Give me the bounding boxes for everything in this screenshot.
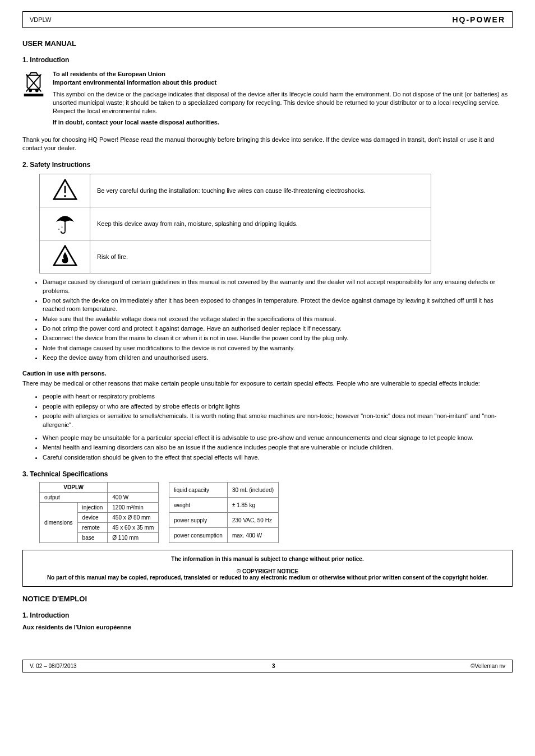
footer-version: V. 02 – 08/07/2013 (30, 663, 77, 669)
cell: 1200 m³/min (108, 503, 159, 513)
page-header: VDPLW HQ-POWER (22, 11, 513, 28)
list-item: Make sure that the available voltage doe… (43, 315, 513, 323)
cell: 400 W (108, 493, 159, 503)
weee-lead-en: To all residents of the European Union (53, 71, 165, 77)
cell: power consumption (169, 528, 228, 543)
notice-line2b: without prior written consent of the cop… (347, 574, 488, 581)
cell: remote (77, 523, 108, 533)
warning-text: Be very careful during the installation:… (90, 174, 431, 207)
weee-lead-fr: Important environmental information abou… (53, 79, 216, 86)
list-item: Do not switch the device on immediately … (43, 296, 513, 314)
cell: 30 mL (included) (227, 483, 278, 498)
list-item: Disconnect the device from the mains to … (43, 334, 513, 342)
brand-name: HQ-POWER (452, 15, 505, 24)
cell: max. 400 W (227, 528, 278, 543)
cell: dimensions (40, 503, 78, 543)
cell: device (77, 513, 108, 523)
svg-point-9 (61, 226, 62, 228)
caution-intro: There may be medical or other reasons th… (22, 379, 513, 388)
intro-thanks: Thank you for choosing HQ Power! Please … (22, 136, 513, 152)
safety-heading: 2. Safety Instructions (22, 160, 513, 169)
weee-paragraph-2: If in doubt, contact your local waste di… (53, 119, 219, 126)
footer-pagenum: 3 (272, 663, 275, 669)
notice-copyright: © COPYRIGHT NOTICE (237, 568, 298, 574)
page-footer: V. 02 – 08/07/2013 3 ©Velleman nv (22, 660, 513, 672)
cell: weight (169, 498, 228, 513)
fr-lead: Aux résidents de l'Union européenne (22, 624, 131, 630)
safety-bullets-2: people with heart or respiratory problem… (43, 392, 513, 429)
svg-point-6 (64, 195, 66, 197)
cell: 450 x Ø 80 mm (108, 513, 159, 523)
caution-heading: Caution in use with persons. (22, 369, 513, 378)
weee-block: To all residents of the European Union I… (22, 69, 513, 130)
product-name: VDPLW (30, 16, 51, 23)
umbrella-text: Keep this device away from rain, moistur… (90, 207, 431, 240)
cell: power supply (169, 513, 228, 528)
list-item: When people may be unsuitable for a part… (43, 434, 513, 442)
page-title: USER MANUAL (22, 39, 513, 48)
weee-icon (22, 69, 45, 130)
list-item: Mental health and learning disorders can… (43, 443, 513, 452)
notice-line2a: No part of this manual may be copied, re… (47, 574, 347, 581)
svg-point-1 (29, 90, 31, 92)
spec-header: VDPLW (40, 483, 108, 493)
cell: ± 1.85 kg (227, 498, 278, 513)
safety-bullets-3: When people may be unsuitable for a part… (43, 434, 513, 462)
umbrella-icon (40, 207, 90, 240)
fr-title: NOTICE D'EMPLOI (22, 595, 513, 603)
table-row: power supply 230 VAC, 50 Hz (169, 513, 279, 528)
intro-heading: 1. Introduction (22, 55, 513, 64)
cell: injection (77, 503, 108, 513)
table-row: Be very careful during the installation:… (40, 174, 431, 207)
list-item: Damage caused by disregard of certain gu… (43, 278, 513, 295)
table-row: Keep this device away from rain, moistur… (40, 207, 431, 240)
list-item: Note that damage caused by user modifica… (43, 344, 513, 353)
table-row: output 400 W (40, 493, 159, 503)
fr-intro-heading: 1. Introduction (22, 611, 513, 620)
table-row: power consumption max. 400 W (169, 528, 279, 543)
table-row: liquid capacity 30 mL (included) (169, 483, 279, 498)
list-item: people with epilepsy or who are affected… (43, 402, 513, 411)
svg-point-8 (58, 229, 59, 230)
notice-line1: The information in this manual is subjec… (171, 556, 363, 562)
weee-text: To all residents of the European Union I… (53, 69, 513, 130)
list-item: Careful consideration should be given to… (43, 453, 513, 462)
list-item: Keep the device away from children and u… (43, 354, 513, 362)
list-item: Do not crimp the power cord and protect … (43, 324, 513, 333)
table-row: Risk of fire. (40, 240, 431, 273)
fire-icon (40, 240, 90, 273)
fire-text: Risk of fire. (90, 240, 431, 273)
table-row: dimensions injection 1200 m³/min (40, 503, 159, 513)
copyright-notice: The information in this manual is subjec… (22, 550, 513, 587)
spec-tables: VDPLW output 400 W dimensions injection … (39, 482, 513, 543)
table-row: weight ± 1.85 kg (169, 498, 279, 513)
cell: 45 x 60 x 35 mm (108, 523, 159, 533)
list-item: people with heart or respiratory problem… (43, 392, 513, 401)
weee-paragraph-1: This symbol on the device or the package… (53, 90, 513, 115)
svg-rect-0 (24, 94, 44, 96)
warning-icon (40, 174, 90, 207)
cell: output (40, 493, 108, 503)
spec-table-right: liquid capacity 30 mL (included) weight … (169, 482, 279, 543)
footer-copyright: ©Velleman nv (471, 663, 505, 669)
safety-bullets-1: Damage caused by disregard of certain gu… (43, 278, 513, 363)
cell: liquid capacity (169, 483, 228, 498)
list-item: people with allergies or sensitive to sm… (43, 412, 513, 429)
svg-point-2 (36, 90, 38, 92)
tech-heading: 3. Technical Specifications (22, 470, 513, 479)
cell: Ø 110 mm (108, 533, 159, 543)
safety-symbol-table: Be very careful during the installation:… (39, 174, 431, 273)
cell: base (77, 533, 108, 543)
cell: 230 VAC, 50 Hz (227, 513, 278, 528)
spec-table-left: VDPLW output 400 W dimensions injection … (39, 482, 159, 543)
